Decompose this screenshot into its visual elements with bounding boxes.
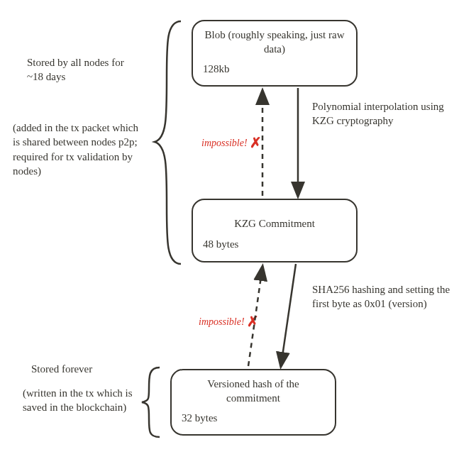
bottom-bracket-text-1: Stored forever xyxy=(31,362,145,376)
kzg-box: KZG Commitment 48 bytes xyxy=(192,199,358,262)
blob-title: Blob (roughly speaking, just raw data) xyxy=(203,28,346,56)
impossible-1-group: impossible! ✗ xyxy=(201,132,262,151)
arrow-kzg-to-hash xyxy=(281,264,296,366)
blob-box: Blob (roughly speaking, just raw data) 1… xyxy=(192,20,358,87)
blob-size: 128kb xyxy=(203,63,346,75)
hash-title: Versioned hash of the commitment xyxy=(182,377,325,405)
impossible-2-text: impossible! xyxy=(199,316,245,327)
bottom-brace xyxy=(142,367,160,437)
hash-size: 32 bytes xyxy=(182,412,325,424)
top-bracket-text-1: Stored by all nodes for ~18 days xyxy=(27,55,126,84)
bottom-bracket-text-2: (written in the tx which is saved in the… xyxy=(23,386,143,415)
impossible-1-text: impossible! xyxy=(201,138,248,148)
impossible-2-group: impossible! ✗ xyxy=(199,311,259,330)
arrow-1-label: Polynomial interpolation using KZG crypt… xyxy=(312,99,454,128)
top-bracket-text-2: (added in the tx packet which is shared … xyxy=(13,121,148,178)
arrow-2-label: SHA256 hashing and setting the first byt… xyxy=(312,282,461,311)
hash-box: Versioned hash of the commitment 32 byte… xyxy=(170,369,336,436)
kzg-title: KZG Commitment xyxy=(203,217,346,231)
x-icon-1: ✗ xyxy=(250,133,262,153)
x-icon-2: ✗ xyxy=(247,312,259,331)
top-brace xyxy=(155,21,181,264)
kzg-size: 48 bytes xyxy=(203,238,346,250)
